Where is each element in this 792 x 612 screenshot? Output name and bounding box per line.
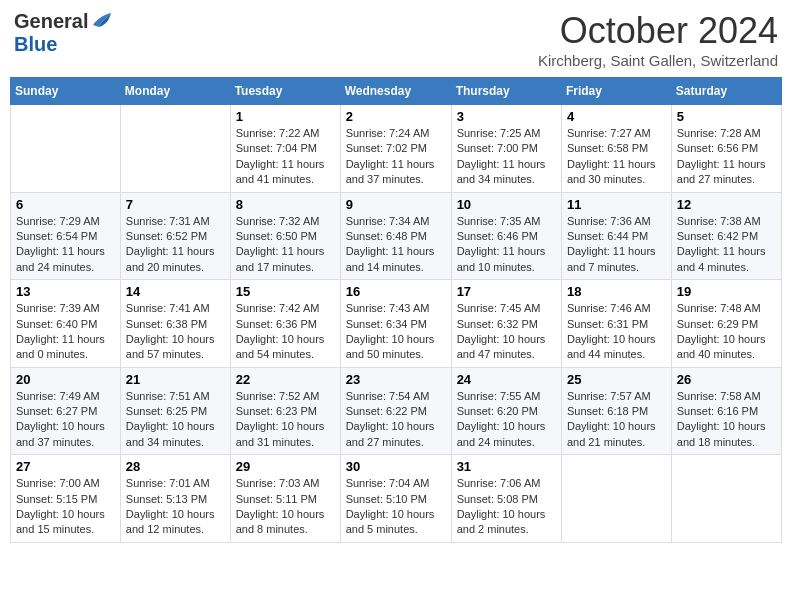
table-row	[561, 455, 671, 543]
table-row: 8Sunrise: 7:32 AM Sunset: 6:50 PM Daylig…	[230, 192, 340, 280]
day-number: 6	[16, 197, 115, 212]
calendar-table: Sunday Monday Tuesday Wednesday Thursday…	[10, 77, 782, 543]
table-row: 18Sunrise: 7:46 AM Sunset: 6:31 PM Dayli…	[561, 280, 671, 368]
day-number: 15	[236, 284, 335, 299]
day-number: 21	[126, 372, 225, 387]
day-number: 1	[236, 109, 335, 124]
table-row: 6Sunrise: 7:29 AM Sunset: 6:54 PM Daylig…	[11, 192, 121, 280]
header-tuesday: Tuesday	[230, 78, 340, 105]
table-row: 13Sunrise: 7:39 AM Sunset: 6:40 PM Dayli…	[11, 280, 121, 368]
day-number: 27	[16, 459, 115, 474]
table-row: 15Sunrise: 7:42 AM Sunset: 6:36 PM Dayli…	[230, 280, 340, 368]
day-info: Sunrise: 7:24 AM Sunset: 7:02 PM Dayligh…	[346, 126, 446, 188]
table-row: 16Sunrise: 7:43 AM Sunset: 6:34 PM Dayli…	[340, 280, 451, 368]
header-sunday: Sunday	[11, 78, 121, 105]
week-row-4: 20Sunrise: 7:49 AM Sunset: 6:27 PM Dayli…	[11, 367, 782, 455]
day-number: 24	[457, 372, 556, 387]
table-row: 27Sunrise: 7:00 AM Sunset: 5:15 PM Dayli…	[11, 455, 121, 543]
table-row: 21Sunrise: 7:51 AM Sunset: 6:25 PM Dayli…	[120, 367, 230, 455]
day-info: Sunrise: 7:00 AM Sunset: 5:15 PM Dayligh…	[16, 476, 115, 538]
table-row	[11, 105, 121, 193]
day-info: Sunrise: 7:54 AM Sunset: 6:22 PM Dayligh…	[346, 389, 446, 451]
day-number: 4	[567, 109, 666, 124]
day-info: Sunrise: 7:36 AM Sunset: 6:44 PM Dayligh…	[567, 214, 666, 276]
day-info: Sunrise: 7:45 AM Sunset: 6:32 PM Dayligh…	[457, 301, 556, 363]
day-number: 8	[236, 197, 335, 212]
day-info: Sunrise: 7:34 AM Sunset: 6:48 PM Dayligh…	[346, 214, 446, 276]
day-number: 10	[457, 197, 556, 212]
day-info: Sunrise: 7:31 AM Sunset: 6:52 PM Dayligh…	[126, 214, 225, 276]
day-info: Sunrise: 7:03 AM Sunset: 5:11 PM Dayligh…	[236, 476, 335, 538]
day-number: 30	[346, 459, 446, 474]
logo-general-text: General	[14, 10, 88, 33]
week-row-2: 6Sunrise: 7:29 AM Sunset: 6:54 PM Daylig…	[11, 192, 782, 280]
day-number: 23	[346, 372, 446, 387]
day-info: Sunrise: 7:22 AM Sunset: 7:04 PM Dayligh…	[236, 126, 335, 188]
table-row: 29Sunrise: 7:03 AM Sunset: 5:11 PM Dayli…	[230, 455, 340, 543]
day-info: Sunrise: 7:55 AM Sunset: 6:20 PM Dayligh…	[457, 389, 556, 451]
table-row: 28Sunrise: 7:01 AM Sunset: 5:13 PM Dayli…	[120, 455, 230, 543]
day-info: Sunrise: 7:06 AM Sunset: 5:08 PM Dayligh…	[457, 476, 556, 538]
day-info: Sunrise: 7:58 AM Sunset: 6:16 PM Dayligh…	[677, 389, 776, 451]
page-header: General Blue October 2024 Kirchberg, Sai…	[10, 10, 782, 69]
week-row-5: 27Sunrise: 7:00 AM Sunset: 5:15 PM Dayli…	[11, 455, 782, 543]
day-number: 31	[457, 459, 556, 474]
logo: General Blue	[14, 10, 113, 56]
logo-blue-text: Blue	[14, 33, 57, 55]
day-number: 25	[567, 372, 666, 387]
header-monday: Monday	[120, 78, 230, 105]
table-row: 23Sunrise: 7:54 AM Sunset: 6:22 PM Dayli…	[340, 367, 451, 455]
table-row: 17Sunrise: 7:45 AM Sunset: 6:32 PM Dayli…	[451, 280, 561, 368]
day-number: 18	[567, 284, 666, 299]
day-number: 22	[236, 372, 335, 387]
day-number: 13	[16, 284, 115, 299]
day-number: 9	[346, 197, 446, 212]
day-info: Sunrise: 7:48 AM Sunset: 6:29 PM Dayligh…	[677, 301, 776, 363]
table-row: 22Sunrise: 7:52 AM Sunset: 6:23 PM Dayli…	[230, 367, 340, 455]
day-info: Sunrise: 7:43 AM Sunset: 6:34 PM Dayligh…	[346, 301, 446, 363]
day-number: 2	[346, 109, 446, 124]
table-row: 5Sunrise: 7:28 AM Sunset: 6:56 PM Daylig…	[671, 105, 781, 193]
table-row: 7Sunrise: 7:31 AM Sunset: 6:52 PM Daylig…	[120, 192, 230, 280]
logo-bird-icon	[91, 11, 113, 33]
day-info: Sunrise: 7:01 AM Sunset: 5:13 PM Dayligh…	[126, 476, 225, 538]
day-info: Sunrise: 7:46 AM Sunset: 6:31 PM Dayligh…	[567, 301, 666, 363]
title-block: October 2024 Kirchberg, Saint Gallen, Sw…	[538, 10, 778, 69]
day-info: Sunrise: 7:38 AM Sunset: 6:42 PM Dayligh…	[677, 214, 776, 276]
day-number: 7	[126, 197, 225, 212]
header-friday: Friday	[561, 78, 671, 105]
day-number: 26	[677, 372, 776, 387]
day-number: 12	[677, 197, 776, 212]
day-info: Sunrise: 7:27 AM Sunset: 6:58 PM Dayligh…	[567, 126, 666, 188]
day-info: Sunrise: 7:32 AM Sunset: 6:50 PM Dayligh…	[236, 214, 335, 276]
day-number: 29	[236, 459, 335, 474]
header-thursday: Thursday	[451, 78, 561, 105]
table-row	[671, 455, 781, 543]
day-info: Sunrise: 7:28 AM Sunset: 6:56 PM Dayligh…	[677, 126, 776, 188]
calendar-header-row: Sunday Monday Tuesday Wednesday Thursday…	[11, 78, 782, 105]
day-info: Sunrise: 7:52 AM Sunset: 6:23 PM Dayligh…	[236, 389, 335, 451]
table-row: 12Sunrise: 7:38 AM Sunset: 6:42 PM Dayli…	[671, 192, 781, 280]
table-row: 2Sunrise: 7:24 AM Sunset: 7:02 PM Daylig…	[340, 105, 451, 193]
day-number: 28	[126, 459, 225, 474]
table-row: 14Sunrise: 7:41 AM Sunset: 6:38 PM Dayli…	[120, 280, 230, 368]
day-number: 14	[126, 284, 225, 299]
table-row: 3Sunrise: 7:25 AM Sunset: 7:00 PM Daylig…	[451, 105, 561, 193]
table-row: 1Sunrise: 7:22 AM Sunset: 7:04 PM Daylig…	[230, 105, 340, 193]
table-row: 11Sunrise: 7:36 AM Sunset: 6:44 PM Dayli…	[561, 192, 671, 280]
day-info: Sunrise: 7:35 AM Sunset: 6:46 PM Dayligh…	[457, 214, 556, 276]
week-row-1: 1Sunrise: 7:22 AM Sunset: 7:04 PM Daylig…	[11, 105, 782, 193]
day-info: Sunrise: 7:29 AM Sunset: 6:54 PM Dayligh…	[16, 214, 115, 276]
day-info: Sunrise: 7:04 AM Sunset: 5:10 PM Dayligh…	[346, 476, 446, 538]
day-info: Sunrise: 7:57 AM Sunset: 6:18 PM Dayligh…	[567, 389, 666, 451]
header-wednesday: Wednesday	[340, 78, 451, 105]
table-row: 31Sunrise: 7:06 AM Sunset: 5:08 PM Dayli…	[451, 455, 561, 543]
week-row-3: 13Sunrise: 7:39 AM Sunset: 6:40 PM Dayli…	[11, 280, 782, 368]
location-title: Kirchberg, Saint Gallen, Switzerland	[538, 52, 778, 69]
day-info: Sunrise: 7:42 AM Sunset: 6:36 PM Dayligh…	[236, 301, 335, 363]
day-number: 5	[677, 109, 776, 124]
table-row: 10Sunrise: 7:35 AM Sunset: 6:46 PM Dayli…	[451, 192, 561, 280]
table-row: 26Sunrise: 7:58 AM Sunset: 6:16 PM Dayli…	[671, 367, 781, 455]
day-info: Sunrise: 7:39 AM Sunset: 6:40 PM Dayligh…	[16, 301, 115, 363]
day-number: 20	[16, 372, 115, 387]
